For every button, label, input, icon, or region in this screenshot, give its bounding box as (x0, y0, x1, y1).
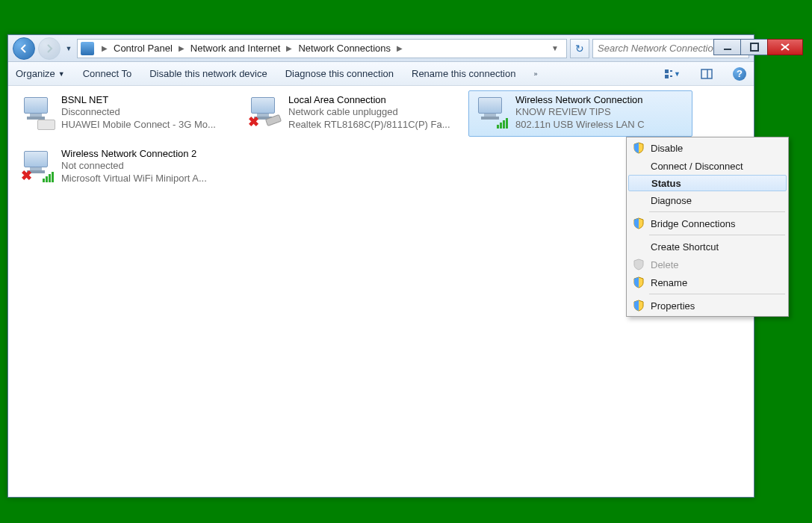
shield-icon (633, 300, 645, 312)
connection-status: Not connected (61, 160, 207, 172)
context-menu-rename[interactable]: Rename (628, 273, 787, 291)
rename-connection-button[interactable]: Rename this connection (412, 68, 515, 79)
breadcrumb[interactable]: ▶ Control Panel ▶ Network and Internet ▶… (77, 39, 567, 58)
preview-pane-button[interactable] (698, 66, 715, 82)
connection-title: Wireless Network Connection 2 (61, 148, 207, 160)
close-button[interactable] (767, 39, 803, 55)
wifi-signal-icon (497, 118, 508, 129)
toolbar-item-label: Organize (16, 68, 55, 79)
connection-device: Microsoft Virtual WiFi Miniport A... (61, 173, 207, 185)
toolbar-overflow[interactable]: » (533, 70, 537, 78)
connection-status: KNOW REVIEW TIPS (515, 106, 645, 118)
context-menu-status[interactable]: Status (628, 175, 787, 191)
connection-icon: ✖ (247, 94, 282, 130)
connection-icon (19, 94, 55, 130)
maximize-button[interactable] (740, 39, 767, 55)
connection-title: Wireless Network Connection (515, 94, 645, 106)
error-x-icon: ✖ (21, 167, 32, 184)
shield-icon (633, 217, 645, 229)
diagnose-connection-button[interactable]: Diagnose this connection (285, 68, 394, 79)
menu-separator (649, 211, 785, 212)
chevron-right-icon: ▶ (99, 44, 111, 52)
help-icon: ? (737, 68, 743, 79)
menu-item-label: Diagnose (651, 195, 692, 206)
context-menu-properties[interactable]: Properties (628, 297, 787, 315)
breadcrumb-item[interactable]: Network Connections (297, 43, 392, 54)
shield-icon-disabled (633, 259, 645, 270)
svg-rect-1 (751, 43, 758, 51)
context-menu-connect[interactable]: Connect / Disconnect (628, 157, 787, 175)
view-options-button[interactable]: ▼ (664, 66, 681, 82)
forward-arrow-icon (44, 43, 55, 54)
toolbar-item-label: Diagnose this connection (285, 68, 394, 79)
connection-item[interactable]: BSNL NET Disconnected HUAWEI Mobile Conn… (14, 90, 238, 137)
context-menu: Disable Connect / Disconnect Status Diag… (626, 137, 789, 317)
connection-icon: ✖ (19, 148, 55, 184)
svg-rect-10 (701, 69, 712, 78)
connection-icon (474, 94, 509, 130)
refresh-icon: ↻ (575, 43, 584, 55)
connection-title: Local Area Connection (288, 94, 450, 106)
breadcrumb-item[interactable]: Network and Internet (189, 43, 282, 54)
svg-rect-6 (665, 69, 669, 73)
address-dropdown-icon[interactable]: ▼ (550, 44, 563, 52)
menu-separator (649, 235, 785, 235)
connection-title: BSNL NET (61, 94, 216, 106)
chevron-right-icon: ▶ (394, 44, 406, 52)
menu-item-label: Connect / Disconnect (651, 161, 743, 172)
connect-to-button[interactable]: Connect To (83, 68, 132, 79)
location-icon (81, 42, 94, 55)
connection-text: Local Area Connection Network cable unpl… (288, 94, 450, 131)
refresh-button[interactable]: ↻ (570, 39, 589, 58)
menu-item-label: Create Shortcut (651, 241, 719, 253)
organize-menu[interactable]: Organize ▼ (16, 68, 65, 79)
pane-icon (701, 68, 713, 80)
connection-item[interactable]: ✖ Wireless Network Connection 2 Not conn… (14, 144, 238, 191)
menu-item-label: Rename (651, 277, 687, 288)
cable-icon (266, 117, 282, 129)
menu-item-label: Bridge Connections (651, 218, 735, 229)
help-button[interactable]: ? (733, 67, 746, 81)
connection-item-selected[interactable]: Wireless Network Connection KNOW REVIEW … (468, 90, 692, 137)
svg-rect-0 (724, 49, 731, 50)
chevron-down-icon: ▼ (58, 70, 65, 78)
connection-status: Network cable unplugged (288, 106, 450, 118)
nav-history-dropdown[interactable]: ▼ (63, 37, 74, 60)
context-menu-bridge[interactable]: Bridge Connections (628, 214, 787, 232)
address-bar: ▼ ▶ Control Panel ▶ Network and Internet… (8, 35, 754, 62)
svg-rect-7 (665, 75, 669, 78)
menu-item-label: Disable (651, 143, 683, 154)
error-x-icon: ✖ (248, 114, 259, 130)
forward-button[interactable] (38, 37, 61, 60)
view-icon (664, 68, 672, 80)
minimize-button[interactable] (713, 39, 740, 55)
chevron-right-icon: ▶ (283, 44, 295, 52)
connection-text: BSNL NET Disconnected HUAWEI Mobile Conn… (61, 94, 216, 131)
connection-device: 802.11n USB Wireless LAN C (515, 119, 645, 131)
connection-device: HUAWEI Mobile Connect - 3G Mo... (61, 119, 216, 131)
connection-text: Wireless Network Connection 2 Not connec… (61, 148, 207, 185)
chevron-right-icon: » (533, 70, 537, 78)
toolbar-item-label: Connect To (83, 68, 132, 79)
connection-item[interactable]: ✖ Local Area Connection Network cable un… (241, 90, 465, 137)
connection-status: Disconnected (61, 106, 216, 118)
menu-separator (649, 294, 785, 294)
menu-item-label: Properties (651, 300, 695, 312)
breadcrumb-item[interactable]: Control Panel (112, 43, 174, 54)
back-button[interactable] (13, 37, 35, 60)
menu-item-label: Status (651, 178, 681, 189)
command-bar: Organize ▼ Connect To Disable this netwo… (8, 62, 754, 86)
svg-rect-9 (670, 75, 672, 77)
context-menu-delete: Delete (628, 256, 787, 273)
modem-icon (37, 120, 55, 130)
context-menu-disable[interactable]: Disable (628, 139, 787, 157)
wifi-signal-icon (43, 172, 54, 182)
chevron-down-icon: ▼ (674, 70, 681, 78)
toolbar-item-label: Rename this connection (412, 68, 515, 79)
connection-text: Wireless Network Connection KNOW REVIEW … (515, 94, 645, 131)
shield-icon (633, 142, 645, 154)
context-menu-create-shortcut[interactable]: Create Shortcut (628, 238, 787, 256)
context-menu-diagnose[interactable]: Diagnose (628, 191, 787, 209)
disable-device-button[interactable]: Disable this network device (149, 68, 267, 79)
chevron-right-icon: ▶ (176, 44, 187, 52)
